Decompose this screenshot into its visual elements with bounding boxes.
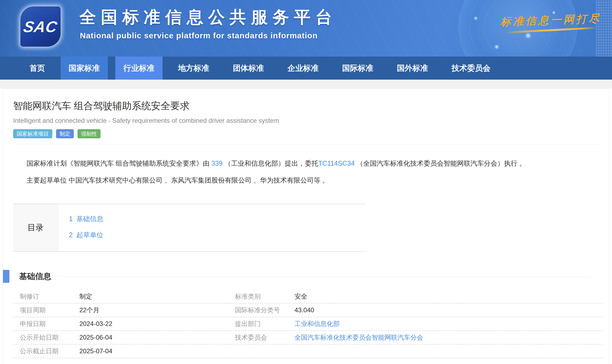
row-label: 技术委员会 [235,333,294,342]
paragraph-text: （全国汽车标准化技术委员会智能网联汽车分会）执行 。 [355,159,526,167]
nav-item-industry-standards[interactable]: 行业标准 [115,57,163,80]
site-banner: SAC 全国标准信息公共服务平台 National public service… [0,0,612,57]
table-row: 项目周期 22个月 国际标准分类号 43.040 [13,304,602,317]
table-row: 制修订 制定 标准类别 安全 [13,290,602,304]
row-value: 制定 [79,292,235,301]
glow-dot [474,16,478,20]
nav-item-group-standards[interactable]: 团体标准 [225,57,272,80]
row-value: 2024-03-22 [79,320,235,328]
badge-row: 国家标准项目 制定 强制性 [13,129,602,138]
summary-paragraphs: 国家标准计划《智能网联汽车 组合驾驶辅助系统安全要求》由 339 （工业和信息化… [13,156,602,187]
sac-logo-text: SAC [22,18,59,36]
row-value: 43.040 [294,306,602,314]
toc-heading: 目录 [28,222,44,233]
row-label: 项目周期 [20,306,79,314]
row-value: 22个月 [79,306,235,314]
row-label: 国际标准分类号 [235,306,294,314]
nav-item-national-standards[interactable]: 国家标准 [61,57,108,80]
slogan-text: 标准信息一网打尽 [500,11,602,29]
paragraph-text: 国家标准计划《智能网联汽车 组合驾驶辅助系统安全要求》由 [27,159,211,167]
basic-info-table: 制修订 制定 标准类别 安全 项目周期 22个月 国际标准分类号 43.040 … [13,290,602,358]
toc-heading-cell: 目录 [13,204,58,251]
row-label: 制修订 [20,292,79,301]
link-ministry-of-industry[interactable]: 工业和信息化部 [294,320,602,328]
toc-link-drafting-units[interactable]: 2起草单位 [69,231,103,239]
page-subtitle-english: Intelligent and connected vehicle - Safe… [13,117,602,124]
page-gutter [0,80,612,88]
basic-info-section-header: 基础信息 [3,270,602,283]
nav-item-enterprise-standards[interactable]: 企业标准 [279,57,327,80]
table-row: 公示开始日期 2025-06-04 技术委员会 全国汽车标准化技术委员会智能网联… [13,331,602,345]
banner-slogan: 标准信息一网打尽 [500,11,602,33]
section-header-rule [58,276,590,277]
row-label: 公示截止日期 [20,347,79,355]
summary-paragraph-2: 主要起草单位 中国汽车技术研究中心有限公司 、东风汽车集团股份有限公司 、华为技… [13,173,602,187]
sac-logo[interactable]: SAC [20,6,61,47]
title-divider [13,144,602,144]
table-row: 公示截止日期 2025-07-04 [13,345,602,358]
toc-links: 1基础信息 2起草单位 [58,204,103,251]
glow-dot [494,44,499,50]
banner-titles: 全国标准信息公共服务平台 National public service pla… [79,6,337,40]
link-339[interactable]: 339 [211,159,223,167]
row-value: 2025-07-04 [79,347,235,355]
row-value: 2025-06-04 [79,334,235,341]
row-value: 安全 [294,292,602,301]
section-title: 基础信息 [19,271,51,282]
badge-mandatory: 强制性 [78,129,101,138]
table-row: 申报日期 2024-03-22 提出部门 工业和信息化部 [13,317,602,331]
nav-item-foreign-standards[interactable]: 国外标准 [389,57,436,80]
glow-dot [525,32,532,39]
nav-item-home[interactable]: 首页 [21,57,53,80]
nav-item-international-standards[interactable]: 国际标准 [334,57,381,80]
row-label: 提出部门 [235,320,294,328]
nav-item-technical-committees[interactable]: 技术委员会 [444,57,499,80]
toc-link-basic-info[interactable]: 1基础信息 [69,214,103,223]
page-title: 智能网联汽车 组合驾驶辅助系统安全要求 [13,99,602,113]
summary-paragraph-1: 国家标准计划《智能网联汽车 组合驾驶辅助系统安全要求》由 339 （工业和信息化… [13,156,602,170]
link-technical-committee[interactable]: 全国汽车标准化技术委员会智能网联汽车分会 [294,333,602,342]
table-of-contents: 目录 1基础信息 2起草单位 [13,204,365,252]
section-accent-bar [3,270,9,283]
site-subtitle: National public service platform for sta… [80,31,337,40]
paragraph-text: （工业和信息化部）提出，委托 [223,159,318,167]
nav-item-local-standards[interactable]: 地方标准 [170,57,217,80]
site-title: 全国标准信息公共服务平台 [79,6,337,28]
main-nav: 首页 国家标准 行业标准 地方标准 团体标准 企业标准 国际标准 国外标准 技术… [0,57,612,80]
row-label: 申报日期 [20,320,79,328]
link-tc114sc34[interactable]: TC114SC34 [318,159,355,167]
badge-national-standard-project: 国家标准项目 [13,129,52,138]
content-card: 智能网联汽车 组合驾驶辅助系统安全要求 Intelligent and conn… [3,88,609,364]
row-label: 标准类别 [235,292,294,301]
row-label: 公示开始日期 [20,333,79,342]
badge-formulate: 制定 [56,129,74,138]
